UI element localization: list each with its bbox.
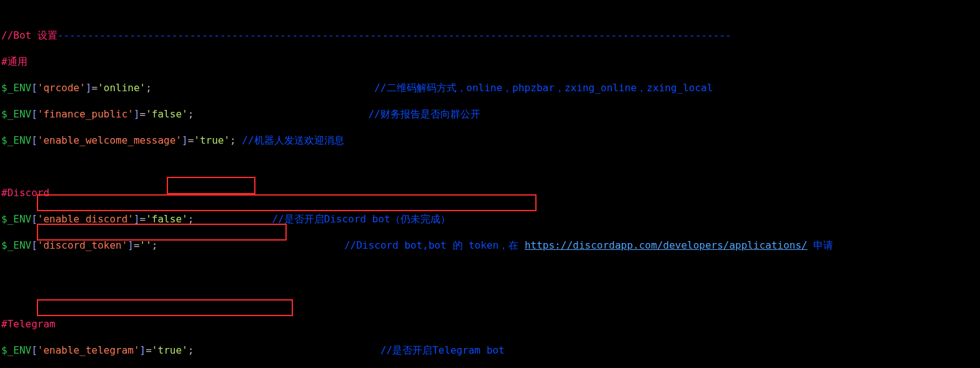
line-finance-public: $_ENV['finance_public']='false'; //财务报告是… [1,107,979,121]
highlight-box-telegram-chatid [37,224,287,241]
line-enable-discord: $_ENV['enable_discord']='false'; //是否开启D… [1,212,979,226]
section-header-telegram: #Telegram [1,317,979,331]
section-header-general: #通用 [1,55,979,68]
line-enable-telegram: $_ENV['enable_telegram']='true'; //是否开启T… [1,344,979,357]
discord-app-link[interactable]: https://discordapp.com/developers/applic… [525,239,808,251]
code-editor[interactable]: //Bot 设置--------------------------------… [0,0,980,368]
line-qrcode: $_ENV['qrcode']='online'; //二维码解码方式，onli… [1,81,979,94]
blank-line [1,291,979,304]
line-discord-token: $_ENV['discord_token']=''; //Discord bot… [1,239,979,252]
blank-line [1,160,979,173]
line-enable-welcome-message: $_ENV['enable_welcome_message']='true'; … [1,134,979,147]
section-header-bot: //Bot 设置--------------------------------… [1,29,979,42]
section-header-discord: #Discord [1,186,979,199]
blank-line [1,265,979,278]
